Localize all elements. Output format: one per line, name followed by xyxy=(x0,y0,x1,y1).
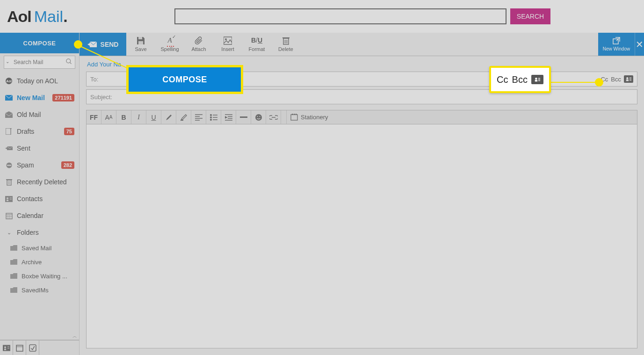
search-button[interactable]: SEARCH xyxy=(510,8,550,24)
close-button[interactable]: ✕ xyxy=(635,33,644,56)
sidebar-item-new-mail[interactable]: New Mail 271191 xyxy=(0,89,79,106)
sidebar-bottom-bar xyxy=(0,340,79,355)
folder-icon xyxy=(10,245,18,251)
folder-boxbe[interactable]: Boxbe Waiting ... xyxy=(0,269,79,283)
save-button[interactable]: Save xyxy=(126,33,155,56)
sidebar-item-drafts[interactable]: Drafts 75 xyxy=(0,123,79,140)
search-mail-input[interactable] xyxy=(4,56,75,69)
to-label: To: xyxy=(90,76,98,83)
address-book-icon[interactable] xyxy=(624,75,633,83)
format-button[interactable]: B/U Format xyxy=(242,33,271,56)
svg-point-69 xyxy=(259,116,260,117)
contacts-icon xyxy=(5,196,13,202)
chevron-down-icon: ⌄ xyxy=(5,230,13,236)
svg-rect-35 xyxy=(138,41,143,44)
sidebar-item-today[interactable]: Aol Today on AOL xyxy=(0,72,79,89)
bullet-list-button[interactable] xyxy=(206,110,221,124)
search-icon[interactable] xyxy=(65,58,72,65)
align-button[interactable] xyxy=(191,110,206,124)
list-icon xyxy=(210,114,217,121)
compose-button[interactable]: COMPOSE xyxy=(0,33,79,53)
bold-button[interactable]: B xyxy=(116,110,131,124)
hr-icon xyxy=(240,116,247,118)
folder-saved-mail[interactable]: Saved Mail xyxy=(0,241,79,255)
svg-rect-11 xyxy=(7,180,11,185)
font-size-button[interactable]: AA xyxy=(101,110,116,124)
top-search: SEARCH xyxy=(174,8,639,24)
underline-button[interactable]: U xyxy=(146,110,161,124)
svg-rect-72 xyxy=(292,114,293,115)
svg-point-0 xyxy=(66,59,71,63)
smiley-icon xyxy=(255,114,262,121)
sidebar-item-contacts[interactable]: Contacts xyxy=(0,190,79,207)
text-color-button[interactable] xyxy=(161,110,176,124)
svg-rect-76 xyxy=(535,80,537,82)
sidebar-item-folders[interactable]: ⌄ Folders xyxy=(0,224,79,241)
spam-icon xyxy=(5,162,13,169)
top-search-input[interactable] xyxy=(174,8,507,24)
attach-button[interactable]: Attach xyxy=(184,33,213,56)
sent-icon xyxy=(5,145,13,151)
highlighter-icon xyxy=(180,114,188,121)
delete-button[interactable]: Delete xyxy=(271,33,300,56)
sidebar-item-deleted[interactable]: Recently Deleted xyxy=(0,174,79,190)
scroll-up-icon[interactable]: ︿ xyxy=(72,333,77,340)
sidebar-item-spam[interactable]: Spam 282 xyxy=(0,157,79,174)
header-bar: Aol Mail . SEARCH xyxy=(0,0,644,33)
search-chevron-icon[interactable]: ⌄ xyxy=(6,59,9,64)
insert-button[interactable]: Insert xyxy=(213,33,242,56)
stationery-button[interactable]: Stationery xyxy=(287,110,329,124)
font-family-button[interactable]: FF xyxy=(87,110,101,124)
new-window-icon xyxy=(613,37,620,44)
count-badge: 282 xyxy=(61,161,74,169)
emoji-button[interactable] xyxy=(251,110,266,124)
message-body[interactable] xyxy=(86,124,637,348)
sidebar-label: Old Mail xyxy=(17,111,41,118)
image-icon xyxy=(224,36,232,45)
sidebar-item-old-mail[interactable]: Old Mail xyxy=(0,106,79,123)
logo: Aol Mail . xyxy=(7,7,68,26)
hr-button[interactable] xyxy=(236,110,251,124)
svg-line-1 xyxy=(70,62,71,64)
spelling-button[interactable]: A✓ Spelling xyxy=(155,33,184,56)
trash-icon xyxy=(282,36,289,45)
sidebar-label: Contacts xyxy=(17,195,43,203)
link-button[interactable] xyxy=(266,110,281,124)
bottom-tasks-icon[interactable] xyxy=(26,341,39,355)
sidebar-label: Today on AOL xyxy=(17,77,58,85)
close-icon: ✕ xyxy=(636,39,644,50)
svg-rect-50 xyxy=(181,120,183,121)
search-mail-wrap: ⌄ xyxy=(0,54,79,72)
italic-button[interactable]: I xyxy=(131,110,146,124)
link-icon xyxy=(269,115,278,120)
highlight-button[interactable] xyxy=(176,110,191,124)
svg-rect-66 xyxy=(240,116,247,118)
send-icon xyxy=(87,41,97,48)
envelope-icon xyxy=(5,95,13,101)
envelope-open-icon xyxy=(5,111,13,118)
sidebar-label: Recently Deleted xyxy=(17,178,67,186)
sidebar: COMPOSE ⌄ Aol Today on AOL New Mail 2711… xyxy=(0,33,80,355)
svg-rect-46 xyxy=(626,80,629,81)
bottom-contacts-icon[interactable] xyxy=(0,341,13,355)
bottom-calendar-icon[interactable] xyxy=(13,341,26,355)
new-window-button[interactable]: New Window xyxy=(598,33,635,56)
folder-archive[interactable]: Archive xyxy=(0,255,79,269)
indent-button[interactable] xyxy=(221,110,236,124)
trash-icon xyxy=(5,179,13,186)
callout-cc-label: Cc xyxy=(497,74,508,85)
folder-icon xyxy=(10,259,18,265)
svg-rect-10 xyxy=(7,165,11,166)
folder-savedims[interactable]: SavedIMs xyxy=(0,283,79,297)
sidebar-item-calendar[interactable]: Calendar xyxy=(0,207,79,224)
subject-input[interactable] xyxy=(115,94,633,101)
bcc-link[interactable]: Bcc xyxy=(611,76,621,83)
paperclip-icon xyxy=(195,36,203,45)
svg-point-26 xyxy=(4,346,6,348)
send-button[interactable]: SEND xyxy=(80,33,126,56)
logo-mail: Mail xyxy=(34,7,63,26)
address-book-icon xyxy=(531,75,543,84)
sidebar-item-sent[interactable]: Sent xyxy=(0,140,79,157)
svg-rect-30 xyxy=(16,345,23,351)
callout-bcc-label: Bcc xyxy=(512,74,528,85)
